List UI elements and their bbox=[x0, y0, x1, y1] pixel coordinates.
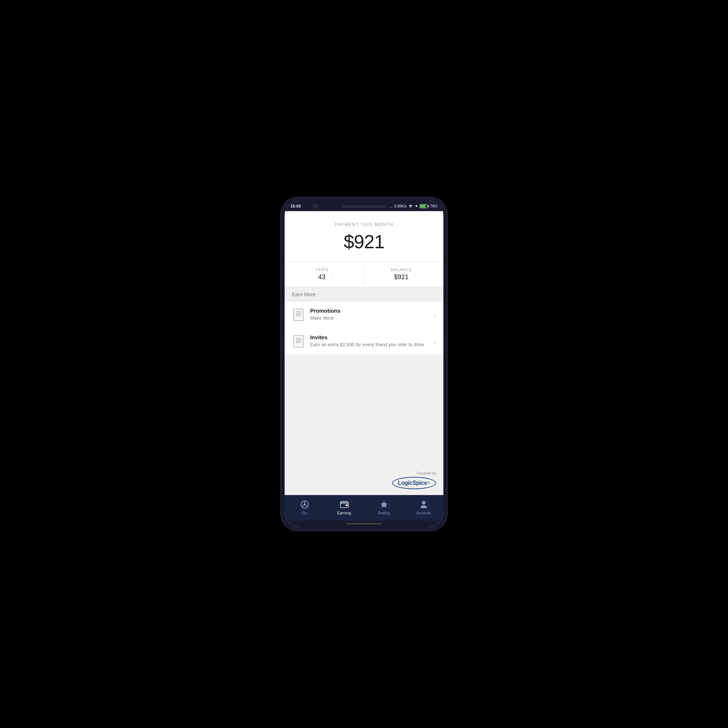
balance-stat[interactable]: BALANCE $921 › bbox=[364, 262, 444, 287]
earning-label: Earning bbox=[337, 511, 351, 515]
phone-device: 15:03 ... 0.00K/s 78 bbox=[280, 197, 448, 531]
payment-label: PAYMENT THIS MONTH bbox=[292, 222, 436, 227]
trips-value: 43 bbox=[315, 273, 328, 281]
balance-value: $921 bbox=[391, 273, 412, 281]
payment-section: PAYMENT THIS MONTH $921 bbox=[284, 211, 444, 262]
promotions-title: Promotions bbox=[310, 307, 431, 314]
battery-percent: 78% bbox=[430, 204, 437, 208]
svg-point-1 bbox=[304, 503, 306, 506]
trips-stat[interactable]: TRIPS 43 › bbox=[284, 262, 364, 287]
nav-account[interactable]: Account bbox=[404, 500, 444, 515]
logicspice-trademark: ® bbox=[428, 481, 430, 485]
earn-more-list: Promotions Make More › Invites Earn an e… bbox=[284, 302, 444, 355]
phone-speaker bbox=[342, 205, 386, 208]
svg-marker-7 bbox=[380, 501, 388, 508]
go-icon bbox=[300, 500, 309, 509]
svg-line-4 bbox=[305, 505, 307, 507]
promotions-chevron: › bbox=[434, 311, 436, 319]
svg-rect-6 bbox=[346, 505, 348, 506]
nav-earning[interactable]: Earning bbox=[324, 500, 364, 515]
wallet-icon bbox=[340, 500, 349, 509]
rating-icon bbox=[379, 500, 389, 509]
star-icon bbox=[380, 500, 388, 509]
invites-content: Invites Earn an extra $2,500 for every f… bbox=[310, 334, 431, 348]
home-bar bbox=[346, 523, 382, 525]
rating-label: Rating bbox=[378, 511, 390, 515]
svg-point-8 bbox=[422, 501, 425, 505]
bolt-icon bbox=[414, 204, 418, 208]
main-content: PAYMENT THIS MONTH $921 TRIPS 43 › BALAN… bbox=[284, 211, 444, 495]
stats-row: TRIPS 43 › BALANCE $921 › bbox=[284, 262, 444, 287]
steering-wheel-icon bbox=[300, 500, 309, 509]
invites-subtitle: Earn an extra $2,500 for every friend yo… bbox=[310, 341, 431, 348]
person-icon bbox=[420, 500, 428, 509]
promotions-doc-icon bbox=[294, 309, 304, 321]
home-indicator bbox=[284, 520, 444, 527]
balance-label: BALANCE bbox=[391, 268, 412, 272]
logicspice-text: LogicSpice bbox=[398, 480, 427, 486]
logicspice-logo: LogicSpice ® bbox=[392, 477, 436, 489]
signal-dots: ... bbox=[390, 204, 393, 208]
go-label: Go bbox=[302, 511, 307, 515]
invites-title: Invites bbox=[310, 334, 431, 340]
earning-icon bbox=[340, 500, 349, 509]
invites-chevron: › bbox=[434, 338, 436, 346]
earn-more-header: Earn More bbox=[284, 287, 444, 302]
invites-icon-container bbox=[292, 334, 305, 349]
promotions-subtitle: Make More bbox=[310, 315, 431, 321]
balance-chevron: › bbox=[415, 271, 417, 278]
nav-go[interactable]: Go bbox=[284, 500, 324, 515]
status-time: 15:03 bbox=[291, 204, 301, 208]
invites-item[interactable]: Invites Earn an extra $2,500 for every f… bbox=[284, 328, 444, 355]
status-indicators: ... 0.00K/s 78% bbox=[390, 204, 437, 208]
battery-indicator bbox=[420, 204, 429, 208]
powered-by-label: Powered by bbox=[417, 471, 436, 476]
trips-label: TRIPS bbox=[315, 268, 328, 272]
account-icon bbox=[419, 500, 428, 509]
promotions-icon-container bbox=[292, 307, 305, 322]
speed-indicator: 0.00K/s bbox=[394, 204, 407, 208]
logicspice-oval: LogicSpice ® bbox=[392, 477, 436, 489]
trips-chevron: › bbox=[332, 271, 333, 278]
account-label: Account bbox=[416, 511, 431, 515]
promotions-item[interactable]: Promotions Make More › bbox=[284, 302, 444, 328]
svg-line-3 bbox=[301, 505, 304, 507]
nav-rating[interactable]: Rating bbox=[364, 500, 404, 515]
invites-doc-icon bbox=[294, 335, 304, 348]
filler-area: Powered by LogicSpice ® bbox=[284, 355, 444, 495]
bottom-navigation: Go Earning bbox=[284, 495, 444, 520]
payment-amount: $921 bbox=[292, 231, 436, 252]
wifi-icon bbox=[408, 204, 413, 208]
phone-screen: 15:03 ... 0.00K/s 78 bbox=[284, 201, 444, 527]
phone-camera bbox=[313, 204, 318, 209]
promotions-content: Promotions Make More bbox=[310, 307, 431, 321]
